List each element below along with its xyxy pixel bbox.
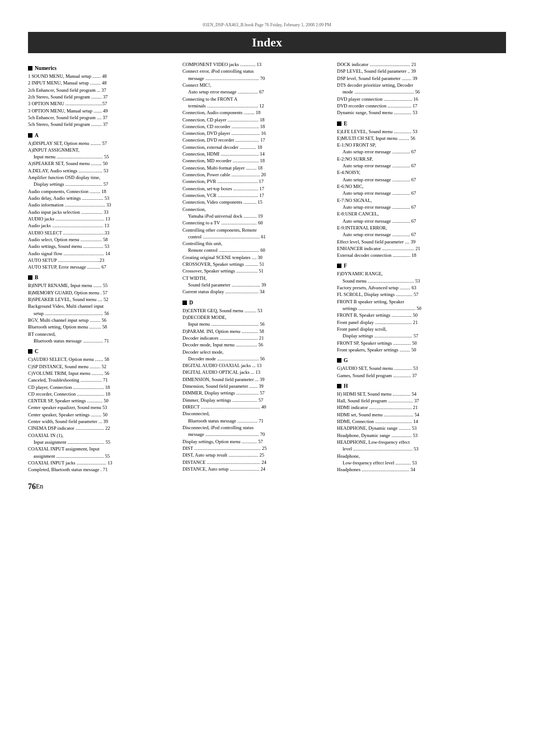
index-entry: DIRECT .................................… <box>182 403 328 410</box>
index-entry: E-1:NO FRONT SP, <box>337 142 506 148</box>
index-entry: H) HDMI SET, Sound menu ............... … <box>337 391 506 397</box>
index-entry: C)AUDIO SELECT, Option menu ....... 58 <box>28 356 174 363</box>
index-entry: HEADPHONE, Dynamic range .......... 53 <box>337 425 506 431</box>
index-entry: D)DECODER MODE, <box>182 314 328 321</box>
index-entry: Center speaker equalizer, Sound menu 53 <box>28 404 174 411</box>
index-entry: Connection, DVD recorder ...............… <box>182 137 328 143</box>
index-entry-indent: setup ..................................… <box>28 310 174 317</box>
index-entry: COMPONENT VIDEO jacks ............. 13 <box>182 61 328 68</box>
index-entry: DTS decoder prioritize setting, Decoder <box>337 82 506 88</box>
index-entry: DSP LEVEL, Sound field parameter .. 39 <box>337 68 506 74</box>
index-entry: B)SPEAKER LEVEL, Sound menu .... 52 <box>28 296 174 303</box>
index-entry-indent: Input assignment .......................… <box>28 439 174 445</box>
index-entry: Connect error, iPod controlling status <box>182 68 328 74</box>
index-entry: Front panel display scroll, <box>337 326 506 332</box>
index-entry: Connection, Video components ...........… <box>182 199 328 205</box>
index-entry: D)CENTER GEQ, Sound menu .......... 53 <box>182 307 328 314</box>
index-entry: Decoder mode, Input menu ...............… <box>182 341 328 348</box>
index-entry: Background Video, Multi channel input <box>28 303 174 309</box>
index-entry: CD recorder, Connection ................… <box>28 391 174 397</box>
index-entry-indent: Bluetooth status message ...............… <box>28 337 174 344</box>
index-entry: Connection, <box>182 206 328 213</box>
index-entry: DIST, Auto setup result ................… <box>182 452 328 458</box>
index-entry: F)DYNAMIC RANGE, <box>337 270 506 277</box>
index-entry: Headphones .............................… <box>337 466 506 473</box>
index-entry: FL SCROLL, Display settings ............… <box>337 291 506 298</box>
index-entry: BGV, Multi channel input setup .........… <box>28 317 174 323</box>
section-heading: C <box>28 349 174 354</box>
section-heading: F <box>337 263 506 269</box>
index-entry: Connection, CD player ..................… <box>182 116 328 123</box>
index-entry-indent: Auto setup error message ...............… <box>337 176 506 183</box>
index-entry-indent: message ................................… <box>182 431 328 438</box>
index-entry: A)DISPLAY SET, Option menu ......... 57 <box>28 140 174 147</box>
index-entry: B)MEMORY GUARD, Option menu . 57 <box>28 289 174 296</box>
section-heading: G <box>337 358 506 363</box>
index-entry: HDMI set, Sound menu ...................… <box>337 411 506 418</box>
index-entry: 3 OPTION MENU ..........................… <box>28 100 174 107</box>
footer-area: 76 En <box>28 482 506 491</box>
index-entry-indent: Auto setup error message ...............… <box>337 190 506 196</box>
index-entry: Effect level, Sound field parameter ....… <box>337 238 506 245</box>
index-entry-indent: terminals ..............................… <box>182 102 328 109</box>
index-entry: External decoder connection ............… <box>337 252 506 259</box>
column-middle: COMPONENT VIDEO jacks ............. 13Co… <box>182 61 328 473</box>
index-entry: Completed, Bluetooth status message . 71 <box>28 466 174 473</box>
index-entry: Bluetooth setting, Option menu .........… <box>28 323 174 330</box>
index-entry: Controlling other components, Remote <box>182 227 328 233</box>
index-entry: Connection, set-top boxes ..............… <box>182 185 328 192</box>
index-entry: Connection, external decoder ...........… <box>182 144 328 151</box>
index-entry: E-4:NOISY, <box>337 169 506 176</box>
index-entry: E-6:NO MIC, <box>337 183 506 190</box>
index-entry: COAXIAL INPUT jacks ....................… <box>28 459 174 466</box>
index-entry: Connection, CD recorder ................… <box>182 123 328 130</box>
index-entry: D)PARAM. INI, Option menu ..............… <box>182 328 328 335</box>
content-area: Numerics1 SOUND MENU, Manual setup .....… <box>28 61 506 473</box>
index-entry: E-2:NO SURR.SP, <box>337 156 506 162</box>
page-title: Index <box>28 32 506 53</box>
index-entry: Connection, Multi-format player ........… <box>182 165 328 171</box>
index-entry: E)MULTI CH SET, Input menu ......... 56 <box>337 135 506 142</box>
index-entry: Audio input jacks selection ............… <box>28 209 174 215</box>
index-entry: Creating original SCENE templates .... 3… <box>182 254 328 261</box>
index-entry: DISTANCE, Auto setup ...................… <box>182 466 328 472</box>
section-square <box>337 121 341 126</box>
index-entry: E)LFE LEVEL, Sound menu ............... … <box>337 128 506 135</box>
index-entry: Games, Sound field program .............… <box>337 372 506 379</box>
section-heading: H <box>337 383 506 389</box>
index-entry: Connection, PVR ........................… <box>182 178 328 185</box>
index-entry-indent: Auto setup error message ...............… <box>337 204 506 210</box>
index-entry: Connection, HDMI .......................… <box>182 151 328 157</box>
index-entry: ENHANCER indicator .....................… <box>337 245 506 252</box>
index-entry: Canceled, Troubleshooting ..............… <box>28 377 174 383</box>
section-heading: E <box>337 121 506 126</box>
index-entry: 2ch Stereo, Sound field program ........… <box>28 93 174 100</box>
index-entry: HDMI indicator .........................… <box>337 404 506 411</box>
index-entry: FRONT SP, Speaker settings .............… <box>337 340 506 346</box>
index-entry: HEADPHONE, Low-frequency effect <box>337 439 506 445</box>
section-square <box>28 349 32 354</box>
page-number-suffix: En <box>36 482 43 491</box>
page: 01EN_DSP-AX463_B.book Page 76 Friday, Fe… <box>0 0 534 756</box>
index-entry: Disconnected, iPod controlling status <box>182 424 328 431</box>
index-entry: Connection, MD recorder ................… <box>182 157 328 164</box>
index-entry: Headphone, <box>337 453 506 459</box>
index-entry: CD player, Connection ..................… <box>28 384 174 391</box>
index-entry: DSP level, Sound field parameter .......… <box>337 75 506 82</box>
index-entry: A)INPUT ASSIGNMENT, <box>28 147 174 153</box>
index-entry: 2 INPUT MENU, Manual setup ......... 48 <box>28 79 174 86</box>
index-entry: Decoder indicators .....................… <box>182 335 328 341</box>
index-entry: B)INPUT RENAME, Input menu ....... 55 <box>28 282 174 289</box>
index-entry-indent: Low-frequency effect level .............… <box>337 459 506 466</box>
index-entry-indent: Auto setup error message ...............… <box>337 231 506 238</box>
index-entry: FRONT B speaker setting, Speaker <box>337 298 506 305</box>
index-entry: Current status display .................… <box>182 288 328 295</box>
index-entry: DIST ...................................… <box>182 445 328 452</box>
column-right: DOCK indicator .........................… <box>337 61 506 473</box>
index-entry: DVD recorder connection ................… <box>337 102 506 109</box>
index-entry-indent: Decoder mode ...........................… <box>182 355 328 362</box>
index-entry: E-9:INTERNAL ERROR, <box>337 224 506 231</box>
index-entry: A)SPEAKER SET, Sound menu ......... 50 <box>28 160 174 167</box>
index-entry: DIMMER, Display settings ...............… <box>182 389 328 396</box>
index-entry: Controlling this unit, <box>182 240 328 247</box>
